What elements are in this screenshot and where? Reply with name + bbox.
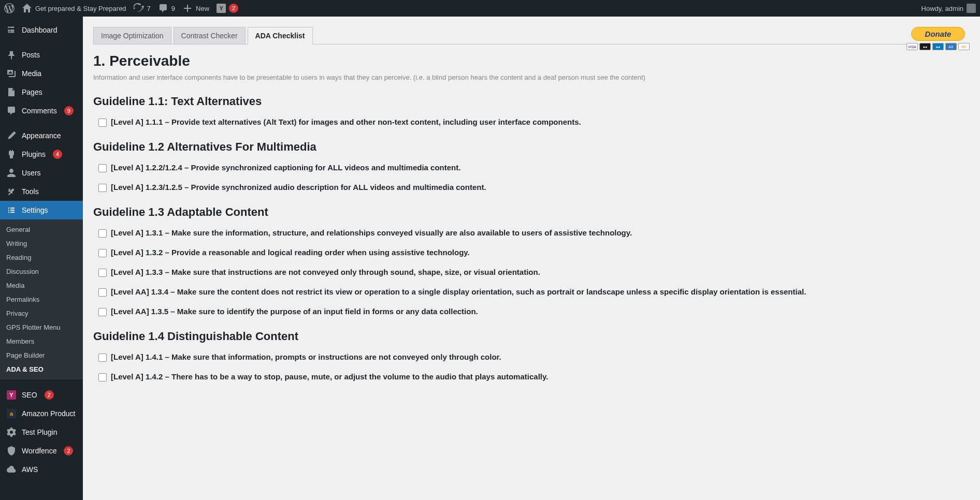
checklist-row: [Level AA] 1.3.5 – Make sure to identify… [98,307,970,316]
menu-dashboard[interactable]: Dashboard [0,21,83,39]
checklist-text: [Level A] 1.2.2/1.2.4 – Provide synchron… [111,163,460,172]
checklist-row: [Level A] 1.1.1 – Provide text alternati… [98,117,970,127]
menu-badge: 2 [45,390,54,400]
plus-icon [182,3,193,13]
page-heading: 1. Perceivable [93,53,970,69]
submenu-discussion[interactable]: Discussion [0,264,83,278]
menu-pages[interactable]: Pages [0,83,83,101]
checklist-text: [Level AA] 1.3.5 – Make sure to identify… [111,307,478,316]
menu-comments[interactable]: Comments9 [0,101,83,120]
checkbox[interactable] [98,229,107,238]
submenu-page-builder[interactable]: Page Builder [0,348,83,362]
menu-users[interactable]: Users [0,164,83,182]
menu-amazon-product[interactable]: aAmazon Product [0,404,83,423]
checklist-text: [Level A] 1.4.1 – Make sure that informa… [111,352,501,361]
comment-icon [158,3,168,13]
site-home-link[interactable]: Get prepared & Stay Prepared [22,3,126,13]
menu-test-plugin[interactable]: Test Plugin [0,423,83,442]
menu-badge: 9 [64,106,74,115]
guideline-heading: Guideline 1.4 Distinguishable Content [93,330,970,343]
tab-image-optimization[interactable]: Image Optimization [93,27,171,45]
submenu-privacy[interactable]: Privacy [0,306,83,320]
site-name: Get prepared & Stay Prepared [35,5,126,12]
yoast-badge: 2 [229,4,238,13]
updates-count: 7 [147,5,151,12]
menu-seo[interactable]: YSEO2 [0,386,83,404]
checklist-row: [Level A] 1.3.1 – Make sure the informat… [98,228,970,238]
checklist-row: [Level AA] 1.3.4 – Make sure the content… [98,287,970,297]
tab-ada-checklist[interactable]: ADA Checklist [248,27,313,45]
plugin-icon [6,149,17,159]
menu-badge: 2 [64,446,73,455]
yoast-icon: Y [217,4,226,13]
discover-icon: DC [958,43,970,50]
account-link[interactable]: Howdy, admin [921,4,976,13]
submenu-reading[interactable]: Reading [0,251,83,264]
checkbox[interactable] [98,354,107,362]
menu-aws[interactable]: AWS [0,460,83,479]
menu-plugins[interactable]: Plugins4 [0,145,83,164]
checkbox[interactable] [98,184,107,192]
user-icon [6,168,17,178]
brush-icon [6,130,17,141]
checklist-text: [Level A] 1.4.2 – There has to be a way … [111,372,548,381]
maestro-icon: ●● [932,43,944,50]
menu-label: Pages [22,88,42,96]
mastercard-icon: ●● [919,43,931,50]
checkbox[interactable] [98,119,107,127]
checklist-text: [Level A] 1.2.3/1.2.5 – Provide synchron… [111,183,486,192]
submenu-writing[interactable]: Writing [0,237,83,251]
submenu-gps-plotter-menu[interactable]: GPS Plotter Menu [0,320,83,334]
checklist-text: [Level A] 1.3.2 – Provide a reasonable a… [111,248,470,257]
checklist-row: [Level A] 1.2.2/1.2.4 – Provide synchron… [98,163,970,172]
dashboard-icon [6,25,17,35]
checkbox[interactable] [98,373,107,381]
menu-label: Posts [22,51,40,59]
submenu-members[interactable]: Members [0,334,83,348]
menu-posts[interactable]: Posts [0,46,83,64]
submenu-general[interactable]: General [0,223,83,237]
menu-media[interactable]: Media [0,64,83,83]
checklist-row: [Level A] 1.2.3/1.2.5 – Provide synchron… [98,183,970,192]
updates-link[interactable]: 7 [134,3,151,13]
menu-appearance[interactable]: Appearance [0,126,83,145]
new-content-link[interactable]: New [182,3,209,13]
donate-button[interactable]: Donate [911,27,965,41]
comments-count: 9 [171,5,175,12]
avatar-icon [967,4,976,13]
submenu-media[interactable]: Media [0,278,83,292]
checkbox[interactable] [98,288,107,297]
wp-logo[interactable] [4,3,15,13]
menu-label: Amazon Product [22,409,76,418]
checkbox[interactable] [98,269,107,277]
yoast-icon: Y [6,390,17,400]
checklist-text: [Level A] 1.3.3 – Make sure that instruc… [111,268,540,276]
tab-contrast-checker[interactable]: Contrast Checker [174,27,246,45]
new-label: New [196,5,209,12]
guideline-heading: Guideline 1.2 Alternatives For Multimedi… [93,140,970,154]
menu-label: Settings [22,206,48,214]
media-icon [6,68,17,79]
submenu-permalinks[interactable]: Permalinks [0,292,83,306]
guideline-heading: Guideline 1.3 Adaptable Content [93,205,970,219]
admin-sidebar: DashboardPostsMediaPagesComments9Appeara… [0,17,83,500]
amazon-icon: a [6,408,17,419]
pin-icon [6,50,17,60]
comments-link[interactable]: 9 [158,3,175,13]
menu-tools[interactable]: Tools [0,182,83,201]
submenu-ada-seo[interactable]: ADA & SEO [0,362,83,376]
menu-wordfence[interactable]: Wordfence2 [0,442,83,460]
checkbox[interactable] [98,164,107,172]
checklist-row: [Level A] 1.4.2 – There has to be a way … [98,372,970,381]
howdy-text: Howdy, admin [921,5,963,12]
menu-label: Users [22,169,41,177]
checkbox[interactable] [98,249,107,257]
yoast-link[interactable]: Y 2 [217,4,238,13]
checkbox[interactable] [98,308,107,316]
amex-icon: AX [945,43,957,50]
menu-settings[interactable]: Settings [0,201,83,219]
menu-label: SEO [22,391,37,399]
update-icon [134,3,144,13]
checklist-text: [Level AA] 1.3.4 – Make sure the content… [111,287,806,296]
settings-icon [6,205,17,215]
